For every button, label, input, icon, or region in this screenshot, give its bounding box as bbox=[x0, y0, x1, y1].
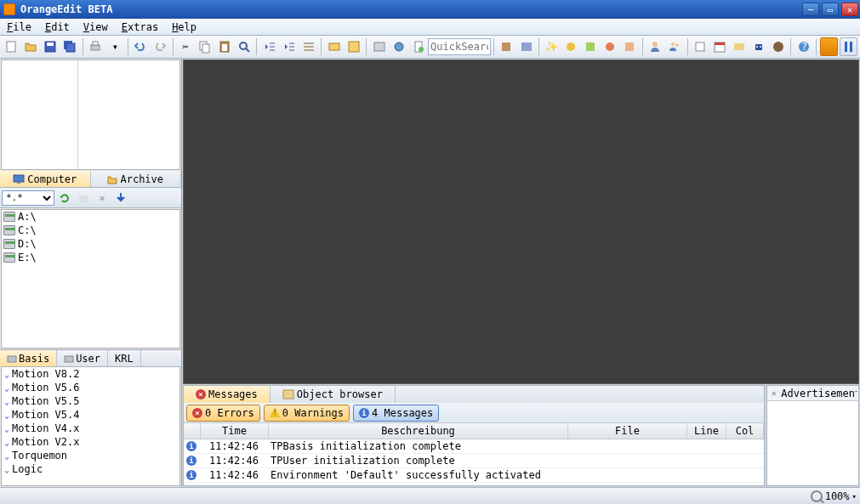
message-row[interactable]: i11:42:46Environment 'Default' successfu… bbox=[184, 468, 764, 483]
pause-button[interactable] bbox=[840, 37, 857, 56]
user-icon[interactable] bbox=[646, 37, 664, 56]
col-col[interactable]: Col bbox=[726, 423, 764, 439]
open-folder-icon[interactable] bbox=[22, 37, 40, 56]
tab-user[interactable]: User bbox=[57, 350, 108, 366]
chevron-down-icon[interactable]: ⌄ bbox=[4, 451, 9, 461]
messages-grid[interactable]: Time Beschreibung File Line Col i11:42:4… bbox=[184, 423, 764, 485]
tool-icon-7[interactable] bbox=[582, 37, 600, 56]
chevron-down-icon[interactable]: ⌄ bbox=[4, 438, 9, 447]
drive-item[interactable]: D:\ bbox=[2, 237, 179, 251]
print-dropdown-icon[interactable]: ▾ bbox=[106, 37, 124, 56]
wand-icon[interactable]: ✨ bbox=[543, 37, 561, 56]
quick-search-input[interactable] bbox=[428, 38, 491, 55]
menu-view[interactable]: View bbox=[83, 21, 108, 33]
redo-icon[interactable] bbox=[151, 37, 169, 56]
print-icon[interactable] bbox=[87, 37, 105, 56]
tool-icon-12[interactable] bbox=[770, 37, 788, 56]
svg-rect-23 bbox=[349, 42, 359, 52]
zoom-icon[interactable] bbox=[811, 490, 823, 502]
chevron-down-icon[interactable]: ⌄ bbox=[4, 424, 9, 433]
tree-item[interactable]: ⌄Motion V4.x bbox=[2, 422, 179, 435]
tool-icon-5[interactable] bbox=[517, 37, 535, 56]
tool-icon-8[interactable] bbox=[601, 37, 619, 56]
tree-item[interactable]: ⌄Torquemon bbox=[2, 449, 179, 462]
menu-extras[interactable]: Extras bbox=[122, 21, 158, 33]
tool-icon-10[interactable] bbox=[692, 37, 709, 56]
tab-computer[interactable]: Computer bbox=[0, 171, 91, 187]
fold-icon[interactable] bbox=[325, 37, 343, 56]
up-icon[interactable] bbox=[75, 190, 92, 207]
tab-archive[interactable]: Archive bbox=[91, 171, 182, 187]
tool-icon-6[interactable] bbox=[562, 37, 580, 56]
chevron-down-icon[interactable]: ⌄ bbox=[4, 397, 9, 406]
tool-icon-3[interactable] bbox=[409, 37, 427, 56]
tree-item[interactable]: ⌄Motion V5.4 bbox=[2, 408, 179, 422]
col-time[interactable]: Time bbox=[201, 423, 269, 439]
tab-basis[interactable]: Basis bbox=[0, 350, 57, 366]
tool-icon-9[interactable] bbox=[621, 37, 639, 56]
message-row[interactable]: i11:42:46TPUser initialization complete bbox=[184, 454, 764, 468]
tab-object-browser[interactable]: Object browser bbox=[271, 386, 396, 403]
col-description[interactable]: Beschreibung bbox=[269, 423, 568, 439]
close-button[interactable]: ✕ bbox=[841, 3, 858, 16]
copy-icon[interactable] bbox=[196, 37, 214, 56]
info-icon: i bbox=[186, 470, 196, 480]
menu-help[interactable]: Help bbox=[172, 21, 196, 33]
menu-edit[interactable]: Edit bbox=[45, 21, 70, 33]
tab-krl[interactable]: KRL bbox=[108, 350, 141, 366]
outdent-icon[interactable] bbox=[260, 37, 278, 56]
unfold-icon[interactable] bbox=[345, 37, 362, 56]
drive-icon bbox=[3, 239, 15, 249]
refresh-icon[interactable] bbox=[56, 190, 73, 207]
delete-icon[interactable]: ✕ bbox=[94, 190, 111, 207]
help-icon[interactable]: ? bbox=[795, 37, 812, 56]
highlight-toggle-button[interactable] bbox=[820, 37, 838, 56]
col-file[interactable]: File bbox=[568, 423, 687, 439]
tool-icon-11[interactable] bbox=[731, 37, 749, 56]
calendar-icon[interactable] bbox=[711, 37, 729, 56]
download-icon[interactable] bbox=[112, 190, 129, 207]
svg-rect-22 bbox=[329, 43, 339, 50]
message-row[interactable]: i11:42:46TPBasis initialization complete bbox=[184, 439, 764, 454]
warnings-filter-button[interactable]: 0 Warnings bbox=[264, 405, 350, 422]
tree-item[interactable]: ⌄Motion V5.6 bbox=[2, 381, 179, 394]
chevron-down-icon[interactable]: ⌄ bbox=[4, 465, 9, 474]
new-file-icon[interactable] bbox=[3, 37, 20, 56]
tool-icon-2[interactable] bbox=[390, 37, 407, 56]
chevron-down-icon[interactable]: ⌄ bbox=[4, 370, 9, 379]
indent-icon[interactable] bbox=[280, 37, 298, 56]
tool-icon-4[interactable] bbox=[498, 37, 515, 56]
drive-item[interactable]: E:\ bbox=[2, 251, 179, 264]
comment-icon[interactable] bbox=[299, 37, 317, 56]
filter-combo[interactable]: *.* bbox=[2, 190, 54, 206]
drive-item[interactable]: A:\ bbox=[2, 210, 179, 224]
chevron-down-icon[interactable]: ⌄ bbox=[4, 383, 9, 393]
paste-icon[interactable] bbox=[216, 37, 234, 56]
tool-icon-1[interactable] bbox=[370, 37, 388, 56]
messages-filter-button[interactable]: i4 Messages bbox=[353, 405, 439, 422]
tree-item[interactable]: ⌄Motion V8.2 bbox=[2, 367, 179, 381]
editor-area[interactable] bbox=[183, 59, 859, 384]
tree-item[interactable]: ⌄Motion V2.x bbox=[2, 435, 179, 449]
chevron-down-icon[interactable]: ⌄ bbox=[4, 411, 9, 420]
col-line[interactable]: Line bbox=[687, 423, 726, 439]
cut-icon[interactable]: ✂ bbox=[177, 37, 195, 56]
svg-rect-49 bbox=[79, 195, 88, 202]
svg-point-34 bbox=[652, 42, 658, 47]
maximize-button[interactable]: ▭ bbox=[822, 3, 839, 16]
tree-item[interactable]: ⌄Logic bbox=[2, 462, 179, 476]
undo-icon[interactable] bbox=[132, 37, 150, 56]
errors-filter-button[interactable]: ×0 Errors bbox=[186, 405, 260, 422]
tree-item[interactable]: ⌄Motion V5.5 bbox=[2, 394, 179, 408]
drive-item[interactable]: C:\ bbox=[2, 224, 179, 237]
menu-file[interactable]: File bbox=[7, 21, 31, 33]
minimize-button[interactable]: ─ bbox=[802, 3, 819, 16]
users-icon[interactable] bbox=[666, 37, 684, 56]
svg-line-12 bbox=[246, 48, 249, 52]
save-all-icon[interactable] bbox=[61, 37, 79, 56]
find-icon[interactable] bbox=[236, 37, 253, 56]
robot-icon[interactable] bbox=[750, 37, 768, 56]
save-icon[interactable] bbox=[42, 37, 60, 56]
close-ad-button[interactable]: ✕ bbox=[769, 388, 778, 399]
tab-messages[interactable]: ×Messages bbox=[184, 386, 271, 403]
